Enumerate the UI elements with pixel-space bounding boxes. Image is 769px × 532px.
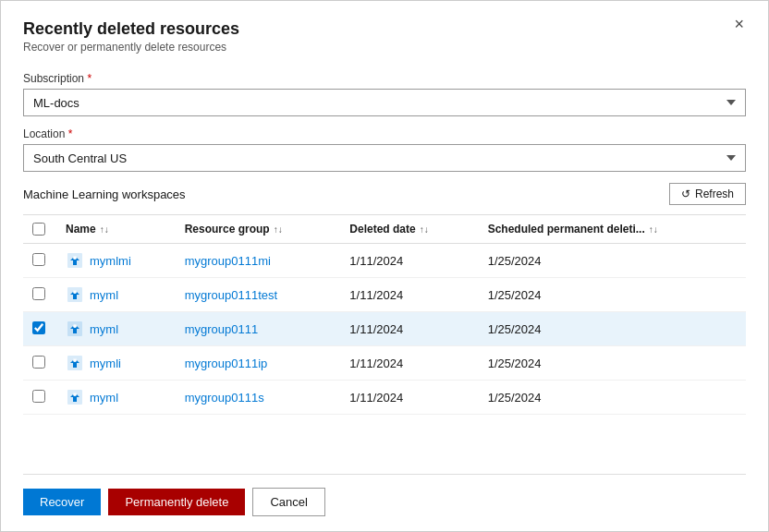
row-scheduled-date: 1/25/2024 <box>479 278 746 312</box>
th-checkbox <box>23 215 56 244</box>
row-name[interactable]: myml <box>90 288 118 302</box>
th-deleted-date: Deleted date ↑↓ <box>340 215 478 244</box>
row-checkbox-cell <box>23 346 56 381</box>
workspace-icon <box>66 388 84 406</box>
header-close-area: × <box>732 16 746 32</box>
dialog-title: Recently deleted resources <box>23 19 239 39</box>
resources-table: Name ↑↓ Resource group ↑↓ Deleted date <box>23 215 746 415</box>
location-field: Location * South Central US <box>23 127 746 183</box>
title-area: Recently deleted resources Recover or pe… <box>23 19 239 68</box>
svg-point-9 <box>73 393 77 396</box>
row-checkbox-cell <box>23 312 56 346</box>
resource-group-sort-icon[interactable]: ↑↓ <box>274 224 283 235</box>
table-row: myml mygroup0111s1/11/20241/25/2024 <box>23 381 746 415</box>
workspace-icon <box>66 251 84 270</box>
row-scheduled-date: 1/25/2024 <box>479 312 746 346</box>
row-name[interactable]: myml <box>90 391 118 405</box>
location-dropdown[interactable]: South Central US <box>23 144 746 172</box>
row-checkbox[interactable] <box>32 356 45 369</box>
resource-group-link[interactable]: mygroup0111s <box>185 391 264 405</box>
row-resource-group: mygroup0111s <box>176 381 341 415</box>
permanently-delete-button[interactable]: Permanently delete <box>108 489 245 515</box>
resource-group-link[interactable]: mygroup0111test <box>185 288 277 302</box>
refresh-icon: ↺ <box>681 187 690 200</box>
scheduled-sort-icon[interactable]: ↑↓ <box>649 224 658 235</box>
row-deleted-date: 1/11/2024 <box>340 244 478 278</box>
refresh-button[interactable]: ↺ Refresh <box>669 183 746 205</box>
dialog-subtitle: Recover or permanently delete resources <box>23 41 239 54</box>
row-scheduled-date: 1/25/2024 <box>479 346 746 381</box>
subscription-field: Subscription * ML-docs <box>23 72 746 127</box>
table-row: mymli mygroup0111ip1/11/20241/25/2024 <box>23 346 746 381</box>
row-resource-group: mygroup0111 <box>176 312 341 346</box>
row-name[interactable]: mymli <box>90 357 121 370</box>
row-name-cell: mymli <box>56 346 176 381</box>
subscription-label: Subscription * <box>23 72 746 85</box>
row-name[interactable]: myml <box>90 322 118 336</box>
table-header-row: Name ↑↓ Resource group ↑↓ Deleted date <box>23 215 746 244</box>
section-label: Machine Learning workspaces <box>23 187 186 201</box>
row-name-cell: myml <box>56 381 176 415</box>
row-resource-group: mygroup0111mi <box>176 244 341 278</box>
row-name-cell: mymlmi <box>56 244 176 278</box>
dialog-header: Recently deleted resources Recover or pe… <box>23 19 746 68</box>
cancel-button[interactable]: Cancel <box>252 488 324 516</box>
recover-button[interactable]: Recover <box>23 489 101 515</box>
workspace-icon <box>66 285 84 304</box>
row-checkbox-cell <box>23 278 56 312</box>
row-checkbox-cell <box>23 244 56 278</box>
table-row: myml mygroup0111test1/11/20241/25/2024 <box>23 278 746 312</box>
subscription-dropdown[interactable]: ML-docs <box>23 89 746 116</box>
dialog: Recently deleted resources Recover or pe… <box>0 0 769 532</box>
dialog-footer: Recover Permanently delete Cancel <box>23 474 746 531</box>
resource-group-link[interactable]: mygroup0111mi <box>185 254 271 268</box>
refresh-label: Refresh <box>695 187 734 200</box>
th-scheduled: Scheduled permanent deleti... ↑↓ <box>479 215 746 244</box>
svg-point-3 <box>73 290 77 294</box>
th-name: Name ↑↓ <box>56 215 176 244</box>
resource-group-link[interactable]: mygroup0111ip <box>185 357 268 370</box>
row-scheduled-date: 1/25/2024 <box>479 381 746 415</box>
table-row: mymlmi mygroup0111mi1/11/20241/25/2024 <box>23 244 746 278</box>
row-resource-group: mygroup0111test <box>176 278 341 312</box>
row-checkbox[interactable] <box>32 253 45 266</box>
close-button[interactable]: × <box>732 16 746 32</box>
svg-point-1 <box>73 256 77 260</box>
row-name-cell: myml <box>56 312 176 346</box>
row-deleted-date: 1/11/2024 <box>340 312 478 346</box>
row-checkbox[interactable] <box>32 287 45 300</box>
row-deleted-date: 1/11/2024 <box>340 278 478 312</box>
table-container: Name ↑↓ Resource group ↑↓ Deleted date <box>23 214 746 470</box>
row-checkbox-cell <box>23 381 56 415</box>
row-name-cell: myml <box>56 278 176 312</box>
table-row: myml mygroup01111/11/20241/25/2024 <box>23 312 746 346</box>
row-deleted-date: 1/11/2024 <box>340 381 478 415</box>
section-header: Machine Learning workspaces ↺ Refresh <box>23 183 746 205</box>
name-sort-icon[interactable]: ↑↓ <box>100 224 109 235</box>
row-scheduled-date: 1/25/2024 <box>479 244 746 278</box>
th-resource-group: Resource group ↑↓ <box>176 215 341 244</box>
resource-group-link[interactable]: mygroup0111 <box>185 322 259 336</box>
svg-point-7 <box>73 358 77 362</box>
row-checkbox[interactable] <box>32 390 45 403</box>
row-resource-group: mygroup0111ip <box>176 346 341 381</box>
svg-point-5 <box>73 324 77 328</box>
row-name[interactable]: mymlmi <box>90 254 131 268</box>
workspace-icon <box>66 320 84 338</box>
workspace-icon <box>66 354 84 372</box>
location-label: Location * <box>23 127 746 140</box>
select-all-checkbox[interactable] <box>32 223 45 236</box>
deleted-date-sort-icon[interactable]: ↑↓ <box>420 224 429 235</box>
row-deleted-date: 1/11/2024 <box>340 346 478 381</box>
row-checkbox[interactable] <box>32 321 45 334</box>
